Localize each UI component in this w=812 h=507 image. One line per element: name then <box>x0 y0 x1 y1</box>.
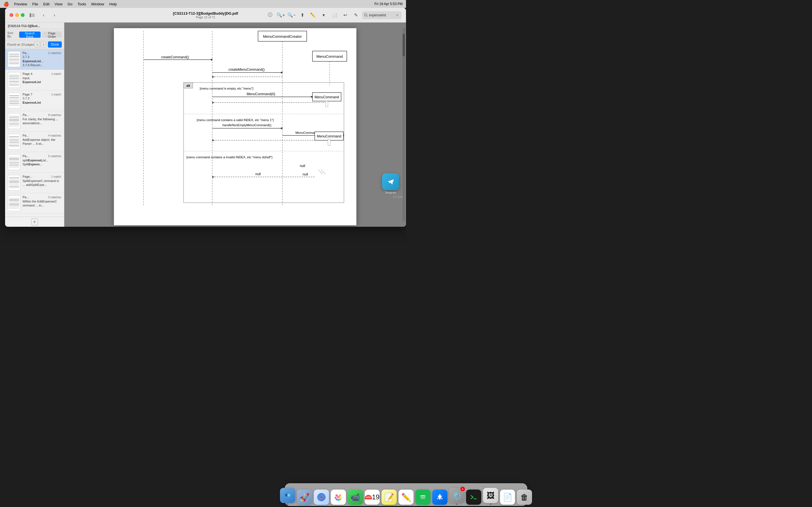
create-menu-command-label: createMenuCommand() <box>229 68 265 71</box>
item-text: AddExpense object, the Parser ... it wi.… <box>22 138 61 146</box>
sort-by-label: Sort By: <box>7 31 17 38</box>
annotate-button[interactable]: ⬜ <box>330 11 339 19</box>
menubar-window[interactable]: Window <box>91 2 104 6</box>
item-text2: 3.7.6 Recurri... <box>22 63 61 67</box>
apple-menu[interactable]: 🍎 <box>3 1 9 7</box>
info-button[interactable]: ⓘ <box>266 11 274 19</box>
done-button[interactable]: Done <box>48 41 62 48</box>
page-thumbnail <box>8 154 20 170</box>
close-button[interactable] <box>10 13 13 17</box>
rotate-button[interactable]: ↩ <box>341 11 350 19</box>
svg-marker-21 <box>310 96 312 98</box>
item-matches-label: 1 match <box>51 93 61 96</box>
menubar-tools[interactable]: Tools <box>78 2 86 6</box>
sidebar-item[interactable]: Pa... 2 matches 3.7.3 ExpenseList... 3.7… <box>5 49 64 70</box>
add-button[interactable]: + <box>31 219 38 225</box>
found-next-button[interactable]: › <box>41 42 46 47</box>
menubar-view[interactable]: View <box>55 2 63 6</box>
sidebar-toggle-button[interactable] <box>28 11 37 19</box>
menubar-help[interactable]: Help <box>109 2 117 6</box>
menu-command-creator-label: MenuCommandCreator <box>263 34 302 39</box>
page-thumbnail <box>8 113 20 129</box>
markup-options-button[interactable]: ▾ <box>319 11 328 19</box>
item-page-label: Page... <box>22 175 33 178</box>
zoom-out-button[interactable]: 🔍− <box>287 11 296 19</box>
pdf-scrollbar[interactable] <box>403 28 405 221</box>
page-thumbnail <box>8 195 20 211</box>
sidebar-list: Pa... 2 matches 3.7.3 ExpenseList... 3.7… <box>5 49 64 217</box>
minimize-button[interactable] <box>15 13 19 17</box>
search-clear-button[interactable]: ✕ <box>396 13 399 17</box>
menubar: 🍎 Preview File Edit View Go Tools Window… <box>0 0 406 8</box>
pdf-scrollbar-thumb[interactable] <box>403 34 405 56</box>
item-matches-label: 9 matches <box>48 114 61 117</box>
svg-marker-17 <box>212 76 214 78</box>
search-input[interactable] <box>369 13 395 17</box>
svg-rect-2 <box>32 15 35 15</box>
item-page-label: Pa... <box>22 51 29 55</box>
sidebar-item[interactable]: Pa... 9 matches For clarity, the followi… <box>5 111 64 131</box>
menubar-go[interactable]: Go <box>68 2 72 6</box>
item-page-label: Pa... <box>22 154 29 158</box>
edit-button[interactable]: ✎ <box>351 11 360 19</box>
menubar-edit[interactable]: Edit <box>43 2 49 6</box>
item-info: Page 7 1 match 3.7.3 ExpenseList <box>22 93 61 105</box>
item-page-label: Pa... <box>22 195 29 199</box>
found-prev-button[interactable]: ‹ <box>35 42 40 47</box>
telegram-icon[interactable] <box>382 173 399 190</box>
item-page-label: Page 7 <box>22 93 33 96</box>
menubar-preview[interactable]: Preview <box>14 2 27 6</box>
item-section: 3.7.3 <box>22 97 61 100</box>
telegram-label: Telegram <box>385 191 396 194</box>
item-info: Page... 1 match SplitExpenseC ommand is … <box>22 175 61 187</box>
item-matches-label: 1 match <box>51 72 61 75</box>
toolbar-actions: ⓘ 🔍+ 🔍− ⬆ ✏️ ▾ ⬜ ↩ ✎ ✕ <box>266 11 402 19</box>
item-matches-label: 5 matches <box>48 155 61 158</box>
svg-rect-0 <box>30 13 31 17</box>
menubar-time: Fri 19 Apr 5:53 PM <box>374 2 403 6</box>
sort-page-order-button[interactable]: Page Order <box>42 32 62 38</box>
item-text: splitExpenseList... SplitExpens... <box>22 158 61 166</box>
svg-rect-34 <box>328 139 330 145</box>
share-button[interactable]: ⬆ <box>298 11 307 19</box>
item-text: For clarity, the following ... associati… <box>22 117 61 125</box>
null3-label: null <box>255 172 261 176</box>
item-info: Pa... 9 matches For clarity, the followi… <box>22 113 61 125</box>
sort-search-rank-button[interactable]: Search Rank <box>19 32 41 38</box>
null2-label: null <box>303 172 308 176</box>
nav-forward-button[interactable]: › <box>50 11 58 19</box>
item-page-label: Pa... <box>22 134 29 137</box>
titlebar: ‹ › [CS2113-T12-3][BudgetBuddy]DG.pdf Pa… <box>5 8 406 22</box>
sidebar-item[interactable]: Page... 1 match SplitExpenseC ommand is … <box>5 173 64 193</box>
item-text2: ExpenseList <box>22 80 61 84</box>
item-info: Pa... 2 matches 3.7.3 ExpenseList... 3.7… <box>22 51 61 67</box>
zoom-in-button[interactable]: 🔍+ <box>276 11 285 19</box>
sidebar-item[interactable]: Pa... 5 matches splitExpenseList... Spli… <box>5 152 64 173</box>
item-page-label: Pa... <box>22 113 29 117</box>
svg-marker-37 <box>212 176 214 178</box>
item-text: Within the EditExpenseC ommand ... in... <box>22 200 61 208</box>
item-matches-label: 3 matches <box>48 196 61 199</box>
item-matches-label: 4 matches <box>48 134 61 137</box>
sidebar-bottom: + <box>5 217 64 227</box>
item-text: ExpenseList... <box>22 59 61 63</box>
markup-button[interactable]: ✏️ <box>308 11 317 19</box>
content-area: [CS2113-T12-3][Bud... Sort By: Search Ra… <box>5 22 406 227</box>
menu-command-0-label: MenuCommand(0) <box>247 92 275 96</box>
page-info: Page 12 of 71 <box>196 15 215 19</box>
item-text: ExpenseList <box>22 101 61 105</box>
sidebar-item[interactable]: Pa... 3 matches Within the EditExpenseC … <box>5 193 64 214</box>
item-section: 3.7.3 <box>22 55 61 59</box>
item-page-label: Page 4 <box>22 72 33 75</box>
svg-point-4 <box>364 14 367 16</box>
svg-marker-28 <box>280 127 282 129</box>
telegram-overlay[interactable]: Telegram <box>380 173 400 196</box>
maximize-button[interactable] <box>21 13 24 17</box>
sidebar-item[interactable]: Pa... 4 matches AddExpense object, the P… <box>5 131 64 152</box>
nav-back-button[interactable]: ‹ <box>40 11 48 19</box>
search-icon <box>364 13 368 17</box>
sidebar-item[interactable]: Page 7 1 match 3.7.3 ExpenseList <box>5 91 64 111</box>
menubar-file[interactable]: File <box>32 2 38 6</box>
sidebar-item[interactable]: Page 4 1 match input, ExpenseList <box>5 70 64 91</box>
menu-command-node2: MenuCommand <box>317 134 342 138</box>
